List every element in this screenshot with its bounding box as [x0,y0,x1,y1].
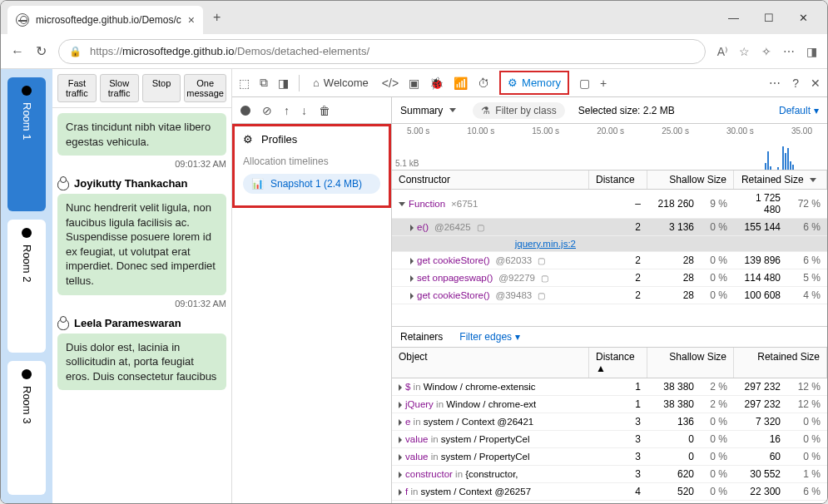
status-dot-icon [22,369,32,379]
table-row[interactable]: e() @26425 ▢23 1360 %155 1446 % [392,219,827,236]
fast-traffic-button[interactable]: Fasttraffic [57,74,97,102]
col-shallow[interactable]: Shallow Size [647,170,734,189]
messages-list: Cras tincidunt nibh vitae libero egestas… [52,108,231,503]
col-distance[interactable]: Distance [589,170,647,189]
rooms-sidebar: Room 1 Room 2 Room 3 [1,69,52,503]
profiles-highlight: ⚙ Profiles Allocation timelines 📊 Snapsh… [232,124,391,208]
menu-icon[interactable]: ⋯ [783,45,795,58]
message-time: 09:01:32 AM [57,159,226,169]
snapshot-item[interactable]: 📊 Snapshot 1 (2.4 MB) [243,174,380,194]
trash-icon[interactable]: 🗑 [319,104,330,117]
table-row[interactable]: get cookieStore() @39483 ▢2280 %100 6084… [392,287,827,304]
person-icon [57,319,69,330]
filter-icon: ⚗ [481,105,490,116]
status-dot-icon [22,228,32,238]
help-icon[interactable]: ? [792,77,799,90]
table-row[interactable]: $ in Window / chrome-extensic138 3802 %2… [392,378,827,396]
dock-icon[interactable]: ◨ [278,77,289,90]
table-row[interactable]: Function ×6751–218 2609 %1 725 48072 % [392,190,827,219]
inspect-icon[interactable]: ⬚ [239,77,250,90]
timeline[interactable]: 5.00 s 10.00 s 15.00 s 20.00 s 25.00 s 3… [392,124,827,170]
more-tabs-icon[interactable]: + [600,77,607,90]
sender: Joyikutty Thankachan [57,177,226,190]
refresh-button[interactable]: ↻ [36,43,47,59]
default-dropdown[interactable]: Default ▾ [779,105,819,116]
back-button[interactable]: ← [11,44,24,59]
table-row[interactable]: constructor in {constructor,36200 %30 55… [392,466,827,483]
devtools-tabs: ⬚ ⧉ ◨ ⌂Welcome </> ▣ 🐞 📶 ⏱ ⚙Memory ▢ + ⋯… [232,69,827,97]
class-filter-input[interactable]: ⚗Filter by class [473,102,564,119]
maximize-button[interactable]: ☐ [764,12,774,24]
devtools: ⬚ ⧉ ◨ ⌂Welcome </> ▣ 🐞 📶 ⏱ ⚙Memory ▢ + ⋯… [232,69,827,503]
network-icon[interactable]: 📶 [454,77,468,90]
favorite-icon[interactable]: ☆ [739,45,750,58]
url-input[interactable]: 🔒 https://microsoftedge.github.io/Demos/… [58,39,706,64]
globe-icon [16,13,29,27]
elements-icon[interactable]: </> [382,77,399,90]
col-retained[interactable]: Retained Size [734,348,827,378]
upload-icon[interactable]: ↑ [284,104,290,117]
one-message-button[interactable]: Onemessage [184,74,226,102]
profiles-panel: ⊘ ↑ ↓ 🗑 ⚙ Profiles Allocation timelines … [232,97,392,503]
summary-dropdown[interactable]: Summary [400,105,459,116]
new-tab-button[interactable]: + [213,10,221,25]
profile-toolbar: ⊘ ↑ ↓ 🗑 [232,97,391,124]
close-devtools-icon[interactable]: ✕ [811,77,821,90]
memory-tab[interactable]: ⚙Memory [499,71,569,95]
table-row[interactable]: e in system / Context @2642131360 %7 320… [392,413,827,431]
table-row[interactable]: value in system / PropertyCel300 %600 % [392,448,827,466]
performance-icon[interactable]: ⏱ [478,77,489,90]
room-1[interactable]: Room 1 [7,77,46,211]
more-icon[interactable]: ⋯ [769,77,781,90]
profiles-header: ⚙ Profiles [243,133,380,146]
home-icon: ⌂ [313,77,320,89]
message-text: Cras tincidunt nibh vitae libero egestas… [57,113,226,156]
room-3[interactable]: Room 3 [7,361,46,495]
col-object[interactable]: Object [392,348,589,378]
table-row[interactable]: [0] in Array @791515280 %280 % [392,501,827,503]
person-icon [57,179,69,190]
sidebar-icon[interactable]: ◨ [806,45,817,58]
col-distance[interactable]: Distance ▲ [589,348,647,378]
table-row[interactable]: f in system / Context @2625745200 %22 30… [392,483,827,501]
selected-size: Selected size: 2.2 MB [578,105,675,116]
constructor-table: Constructor Distance Shallow Size Retain… [392,170,827,326]
sliders-icon: ⚙ [243,133,253,146]
chat-panel: Fasttraffic Slowtraffic Stop Onemessage … [52,69,232,503]
snapshot-icon: 📊 [251,178,264,190]
application-icon[interactable]: ▢ [579,77,590,90]
extensions-icon[interactable]: ✧ [761,45,771,58]
device-icon[interactable]: ⧉ [260,76,268,90]
table-row[interactable]: get cookieStore() @62033 ▢2280 %139 8966… [392,252,827,269]
address-bar: ← ↻ 🔒 https://microsoftedge.github.io/De… [1,34,827,69]
memory-main: Summary ⚗Filter by class Selected size: … [392,97,827,503]
tab-title: microsoftedge.github.io/Demos/c [36,14,181,26]
window-close-button[interactable]: ✕ [799,12,808,24]
table-row[interactable]: jQuery in Window / chrome-ext138 3802 %2… [392,396,827,413]
sender: Leela Parameswaran [57,317,226,330]
clear-icon[interactable]: ⊘ [262,104,272,117]
url-text: https://microsoftedge.github.io/Demos/de… [90,45,369,57]
record-icon[interactable] [240,106,250,116]
minimize-button[interactable]: — [728,12,739,24]
room-2[interactable]: Room 2 [7,220,46,353]
close-tab-icon[interactable]: × [188,13,195,27]
col-constructor[interactable]: Constructor [392,170,589,189]
browser-tab[interactable]: microsoftedge.github.io/Demos/c × [7,6,203,34]
download-icon[interactable]: ↓ [301,104,307,117]
source-link[interactable]: jquery.min.js:2 [392,236,827,252]
col-shallow[interactable]: Shallow Size [647,348,734,378]
memory-icon: ⚙ [508,77,518,89]
slow-traffic-button[interactable]: Slowtraffic [100,74,139,102]
stop-button[interactable]: Stop [142,74,181,102]
welcome-tab[interactable]: ⌂Welcome [310,72,372,94]
retainers-label: Retainers [400,331,443,343]
console-icon[interactable]: ▣ [409,77,419,90]
sources-icon[interactable]: 🐞 [429,77,444,90]
table-row[interactable]: value in system / PropertyCel300 %160 % [392,431,827,448]
message: Duis dolor est, lacinia in sollicitudin … [57,334,226,391]
filter-edges-dropdown[interactable]: Filter edges ▾ [459,331,520,343]
table-row[interactable]: set onpageswap() @92279 ▢2280 %114 4805 … [392,269,827,287]
col-retained[interactable]: Retained Size [734,170,827,189]
read-aloud-icon[interactable]: A⁾ [717,45,727,58]
